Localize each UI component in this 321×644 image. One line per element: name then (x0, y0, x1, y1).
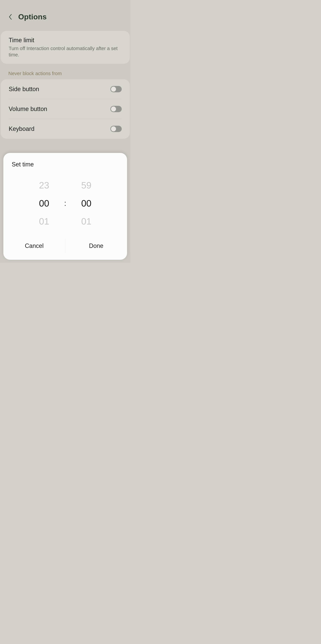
toggle-knob (111, 87, 116, 92)
time-picker: 23 00 01 : 59 00 01 (3, 174, 127, 235)
hours-selected: 00 (26, 194, 63, 212)
hours-above: 23 (26, 176, 63, 194)
set-time-dialog: Set time 23 00 01 : 59 00 01 Cancel Done (3, 153, 127, 260)
dialog-buttons: Cancel Done (3, 235, 127, 260)
time-limit-card[interactable]: Time limit Turn off Interaction control … (1, 31, 130, 64)
done-button[interactable]: Done (65, 239, 127, 253)
minutes-below: 01 (68, 212, 105, 230)
toggles-card: Side button Volume button Keyboard (1, 79, 130, 139)
hours-below: 01 (26, 212, 63, 230)
keyboard-label: Keyboard (9, 125, 35, 132)
minutes-above: 59 (68, 176, 105, 194)
section-label: Never block actions from (0, 64, 130, 79)
volume-button-label: Volume button (9, 106, 47, 112)
page-title: Options (18, 12, 47, 21)
side-button-toggle[interactable] (110, 86, 122, 92)
toggle-knob (111, 106, 116, 112)
volume-button-row[interactable]: Volume button (9, 99, 122, 119)
keyboard-toggle[interactable] (110, 126, 122, 132)
dialog-title: Set time (3, 161, 127, 174)
time-limit-subtitle: Turn off Interaction control automatical… (9, 46, 122, 58)
volume-button-toggle[interactable] (110, 106, 122, 112)
minutes-selected: 00 (68, 194, 105, 212)
side-button-label: Side button (9, 86, 39, 93)
time-separator: : (63, 199, 68, 208)
toggle-knob (111, 126, 116, 131)
minutes-picker[interactable]: 59 00 01 (68, 176, 105, 230)
keyboard-row[interactable]: Keyboard (9, 119, 122, 139)
time-limit-title: Time limit (9, 37, 122, 44)
side-button-row[interactable]: Side button (9, 79, 122, 99)
back-icon[interactable] (8, 14, 12, 20)
hours-picker[interactable]: 23 00 01 (26, 176, 63, 230)
page-header: Options (0, 0, 130, 28)
cancel-button[interactable]: Cancel (3, 239, 65, 253)
